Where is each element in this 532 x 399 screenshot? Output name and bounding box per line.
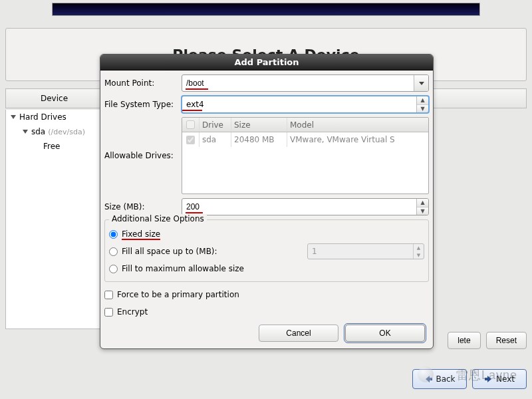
ok-button[interactable]: OK xyxy=(345,325,425,342)
fill-max-radio[interactable] xyxy=(109,265,118,273)
next-button[interactable]: Next xyxy=(472,369,527,389)
wizard-nav-row: Back Next xyxy=(412,369,527,389)
mount-point-input[interactable] xyxy=(182,75,414,91)
tree-label: Free xyxy=(43,142,60,151)
select-stepper[interactable]: ▲ ▼ xyxy=(416,96,428,112)
arrow-right-icon xyxy=(484,374,493,384)
radio-row-fill-max[interactable]: Fill to maximum allowable size xyxy=(109,260,424,277)
tree-label: Hard Drives xyxy=(19,112,66,122)
expand-toggle-icon[interactable] xyxy=(9,112,18,122)
fs-type-select[interactable]: ext4 ▲ ▼ xyxy=(182,96,429,113)
drive-model-cell: VMware, VMware Virtual S xyxy=(287,132,428,147)
highlight-underline xyxy=(186,212,203,213)
add-partition-dialog: Add Partition Mount Point: File System T… xyxy=(100,54,434,349)
chevron-down-icon[interactable] xyxy=(414,75,428,91)
fixed-size-label[interactable]: Fixed size xyxy=(122,229,160,239)
chevron-up-icon[interactable]: ▲ xyxy=(417,96,428,105)
tree-disk-path: (/dev/sda) xyxy=(48,128,85,136)
chevron-down-icon[interactable]: ▼ xyxy=(417,207,428,215)
fill-up-radio[interactable] xyxy=(109,247,118,256)
size-input[interactable] xyxy=(182,199,416,215)
fixed-size-radio[interactable] xyxy=(109,230,118,239)
cancel-button[interactable]: Cancel xyxy=(259,325,338,342)
radio-row-fixed[interactable]: Fixed size xyxy=(109,225,424,243)
fill-up-stepper: ▲▼ xyxy=(413,244,424,259)
tree-row-free[interactable]: Free xyxy=(6,139,102,154)
reset-button[interactable]: Reset xyxy=(486,332,527,349)
column-header-model[interactable]: Model xyxy=(287,118,428,132)
additional-size-options-group: Additional Size Options Fixed size Fill … xyxy=(104,219,429,282)
chevron-down-icon[interactable]: ▼ xyxy=(417,105,428,113)
column-header-device[interactable]: Device xyxy=(6,89,103,108)
group-legend: Additional Size Options xyxy=(109,214,207,223)
fill-up-label[interactable]: Fill all space up to (MB): xyxy=(122,247,217,256)
tree-row-disk[interactable]: sda (/dev/sda) xyxy=(6,124,102,139)
delete-button[interactable]: lete xyxy=(448,332,480,349)
drive-size-cell: 20480 MB xyxy=(231,132,287,147)
fs-type-value: ext4 xyxy=(186,100,204,109)
column-header-drive[interactable]: Drive xyxy=(200,118,231,132)
encrypt-label[interactable]: Encrypt xyxy=(117,307,148,317)
allowable-drives-label: Allowable Drives: xyxy=(104,151,182,160)
drive-checkbox xyxy=(186,136,195,144)
tree-label: sda xyxy=(31,127,45,136)
table-row[interactable]: sda 20480 MB VMware, VMware Virtual S xyxy=(182,132,428,147)
select-all-checkbox xyxy=(186,120,195,129)
check-row-encrypt[interactable]: Encrypt xyxy=(104,303,429,321)
back-label: Back xyxy=(436,374,455,384)
size-label: Size (MB): xyxy=(104,202,182,211)
encrypt-checkbox[interactable] xyxy=(104,308,113,317)
fill-up-spinner: 1 ▲▼ xyxy=(307,243,424,259)
tree-row-hard-drives[interactable]: Hard Drives xyxy=(6,110,102,124)
radio-row-fill-up[interactable]: Fill all space up to (MB): 1 ▲▼ xyxy=(109,243,424,260)
fs-type-label: File System Type: xyxy=(104,100,182,109)
primary-checkbox[interactable] xyxy=(104,291,113,299)
mount-point-combo[interactable] xyxy=(182,74,429,92)
allowable-drives-table: Drive Size Model sda 20480 MB VMware, VM… xyxy=(182,117,429,194)
back-button[interactable]: Back xyxy=(412,369,467,389)
next-label: Next xyxy=(496,374,515,384)
highlight-underline xyxy=(186,88,208,90)
drive-name-cell: sda xyxy=(200,132,231,147)
expand-toggle-icon[interactable] xyxy=(21,127,30,136)
check-row-primary[interactable]: Force to be a primary partition xyxy=(104,286,429,303)
header-banner xyxy=(52,3,480,16)
drive-table-header: Drive Size Model xyxy=(182,118,428,132)
fill-up-value: 1 xyxy=(308,244,413,259)
fill-max-label[interactable]: Fill to maximum allowable size xyxy=(122,264,244,273)
highlight-underline xyxy=(182,110,202,111)
primary-label[interactable]: Force to be a primary partition xyxy=(117,290,239,299)
arrow-left-icon xyxy=(424,374,433,384)
chevron-up-icon[interactable]: ▲ xyxy=(417,199,428,207)
size-stepper[interactable]: ▲ ▼ xyxy=(416,199,428,215)
mount-point-label: Mount Point: xyxy=(104,78,182,88)
dialog-button-row: Cancel OK xyxy=(104,321,429,342)
size-spinner[interactable]: ▲ ▼ xyxy=(182,198,429,215)
dialog-title: Add Partition xyxy=(100,55,433,70)
column-header-size[interactable]: Size xyxy=(231,118,287,132)
device-tree: Hard Drives sda (/dev/sda) Free xyxy=(5,110,102,329)
